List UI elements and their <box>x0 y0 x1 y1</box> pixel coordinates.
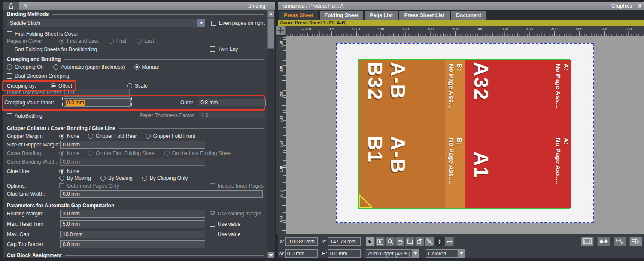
creeping-off-radio[interactable]: Creeping Off <box>7 64 44 70</box>
h-ruler-label: 100 <box>378 27 384 31</box>
left-panel-scrollbar[interactable] <box>267 10 275 261</box>
w-field[interactable]: 0.0 mm <box>285 249 318 258</box>
x-field[interactable]: -100.89 mm <box>285 237 318 246</box>
cover-bonding-first-radio[interactable]: On the First Folding Sheet <box>88 150 156 156</box>
h-field[interactable]: 0.0 mm <box>328 249 361 258</box>
select-icon <box>368 239 374 245</box>
glue-line-by-scaling-radio[interactable]: By Scaling <box>100 175 133 181</box>
paper-thickness-factor2-label: Paper Thickness Factor: <box>140 112 195 118</box>
proof-view-button[interactable] <box>581 237 594 246</box>
creeping-value-outer-field[interactable]: 0.8 mm <box>198 99 266 106</box>
max-head-trim-field[interactable]: 5.0 mm <box>60 220 205 228</box>
ink-tool-button[interactable] <box>435 237 444 246</box>
creeping-by-offset-radio[interactable]: Offset <box>51 83 72 89</box>
view-mode-select[interactable]: Colored <box>426 249 465 258</box>
cover-bonding-last-radio[interactable]: On the Last Folding Sheet <box>164 150 232 156</box>
application-window: A Binding Binding Methods Saddle Stitch … <box>0 0 644 261</box>
h-ruler-label: 300 <box>477 27 483 31</box>
view-mode-value: Colored <box>426 251 457 257</box>
pan-tool-button[interactable] <box>395 237 404 246</box>
routing-margin-field[interactable]: 3.0 mm <box>60 210 205 218</box>
dual-direction-creeping-checkbox[interactable]: Dual Direction Creeping <box>7 73 69 79</box>
measure-tool-button[interactable] <box>445 237 454 246</box>
object-select-tool-button[interactable] <box>376 237 385 246</box>
gears-button[interactable] <box>597 237 610 246</box>
use-routing-margin-checkbox[interactable]: Use routing margin <box>210 211 261 217</box>
chevron-down-icon[interactable] <box>411 250 419 257</box>
page-b1[interactable]: A-B B1 B: No Page Ass.... <box>359 134 465 208</box>
cover-bonding-none-radio[interactable]: None <box>59 150 79 156</box>
outermost-pages-only-checkbox[interactable]: Outermost Pages Only <box>59 183 119 189</box>
paper-thickness-factor2-field[interactable]: 1.0 <box>199 112 265 119</box>
autobottling-checkbox[interactable]: AutoBottling <box>7 113 43 119</box>
glue-line-by-moving-radio[interactable]: By Moving <box>59 175 91 181</box>
max-gap-field[interactable]: 10.0 mm <box>60 231 205 238</box>
binding-method-select[interactable]: Saddle Stitch <box>7 19 205 27</box>
close-icon[interactable]: X <box>638 3 641 9</box>
sort-folding-sheets-checkbox[interactable]: Sort Folding Sheets for Bookbinding <box>7 46 97 52</box>
frame-tool-button[interactable] <box>405 237 414 246</box>
gripper-fold-rear-radio[interactable]: Gripper Fold Rear <box>88 133 137 139</box>
size-of-gripper-margin-field[interactable]: 0.0 mm <box>60 141 205 149</box>
gears-icon <box>599 239 608 244</box>
v-ruler-label: 300 <box>279 64 283 74</box>
first-folding-sheet-is-cover-checkbox[interactable]: First Folding Sheet is Cover <box>7 31 78 37</box>
page-b1-no-page-text: B: No Page Ass.... <box>447 138 464 206</box>
open-padlock-icon <box>9 3 14 9</box>
proof-view-icon <box>583 238 592 244</box>
creeping-value-inner-field[interactable]: 0.0 mm <box>64 98 131 107</box>
glue-line-none-radio[interactable]: None <box>59 168 79 174</box>
pages-in-cover-first-radio[interactable]: First <box>109 38 126 44</box>
twin-lay-checkbox[interactable]: Twin Lay <box>210 46 238 52</box>
section-creeping-and-bottling: Creeping and Bottling <box>7 56 264 62</box>
chevron-down-icon[interactable] <box>457 250 465 257</box>
pages-in-cover-last-radio[interactable]: Last <box>137 38 154 44</box>
forward-arrow-button[interactable] <box>629 237 642 246</box>
cover-bonding-width-field[interactable]: 0.0 mm <box>60 158 205 166</box>
page-b32[interactable]: A-B B32 B: No Page Ass.... <box>359 60 465 134</box>
page-a1-no-page-text: A: No Page Ass.... <box>554 138 571 206</box>
dimension-x-button[interactable] <box>614 237 626 246</box>
section-cut-block-assignment: Cut Block Assignment <box>7 252 264 258</box>
creeping-automatic-radio[interactable]: Automatic (paper thickness) <box>53 64 125 70</box>
lock-tab[interactable] <box>3 2 19 10</box>
scroll-up-button[interactable] <box>267 10 274 18</box>
press-sheet-canvas[interactable]: A-B B32 B: No Page Ass.... A32 A: No Pag… <box>286 36 644 234</box>
use-value-max-gap-checkbox[interactable]: Use value <box>210 231 240 237</box>
creeping-by-scale-radio[interactable]: Scale <box>127 83 148 89</box>
glue-line-width-label: Glue Line Width: <box>7 191 60 197</box>
gap-top-border-field[interactable]: 0.0 mm <box>60 240 205 248</box>
zoom-tool-button[interactable] <box>386 237 395 246</box>
zoom-level-select[interactable]: Auto Paper (43 %) <box>366 249 419 258</box>
creeping-value-inner-value: 0.0 mm <box>66 100 85 106</box>
ruler-origin-button[interactable] <box>276 26 286 35</box>
chevron-down-icon[interactable] <box>197 19 205 27</box>
glue-line-by-clipping-radio[interactable]: By Clipping Only <box>142 175 188 181</box>
tab-press-sheet-list[interactable]: Press Sheet List <box>399 11 450 20</box>
even-pages-on-right-checkbox[interactable]: Even pages on right <box>211 20 265 26</box>
gripper-margin-none-radio[interactable]: None <box>59 133 79 139</box>
gripper-margin-label: Gripper Margin: <box>7 133 59 139</box>
pages-tool-button[interactable] <box>415 237 424 246</box>
page-a1[interactable]: A1 A: No Page Ass.... <box>465 134 571 208</box>
scrollbar-thumb[interactable] <box>267 18 274 49</box>
tab-page-list[interactable]: Page List <box>365 11 398 20</box>
paper-thickness-factor-field[interactable]: 1.0 <box>64 89 130 97</box>
creeping-manual-radio[interactable]: Manual <box>134 64 159 70</box>
use-value-head-trim-checkbox[interactable]: Use value <box>210 221 240 227</box>
pages-in-cover-first-and-last-radio[interactable]: First and Last <box>59 38 98 44</box>
transform-tool-button[interactable] <box>425 237 434 246</box>
y-field[interactable]: 147.73 mm <box>328 237 361 246</box>
glue-line-width-field[interactable]: 0.0 mm <box>60 190 263 198</box>
cover-bonding-width-row: Cover Bonding Width: 0.0 mm <box>7 158 205 166</box>
gripper-fold-front-radio[interactable]: Gripper Fold Front <box>146 133 195 139</box>
tab-document[interactable]: Document <box>451 11 486 20</box>
include-inner-pages-checkbox[interactable]: Include Inner Pages <box>210 183 264 189</box>
scroll-down-button[interactable] <box>267 252 274 259</box>
cover-bonding-row: Cover Bonding: None On the First Folding… <box>7 150 232 156</box>
tab-folding-sheet[interactable]: Folding Sheet <box>320 11 363 20</box>
select-tool-button[interactable] <box>366 237 375 246</box>
page-a32[interactable]: A32 A: No Page Ass.... <box>465 60 571 134</box>
tab-press-sheet[interactable]: Press Sheet <box>279 11 318 20</box>
h-ruler-label: 450 <box>551 27 557 31</box>
